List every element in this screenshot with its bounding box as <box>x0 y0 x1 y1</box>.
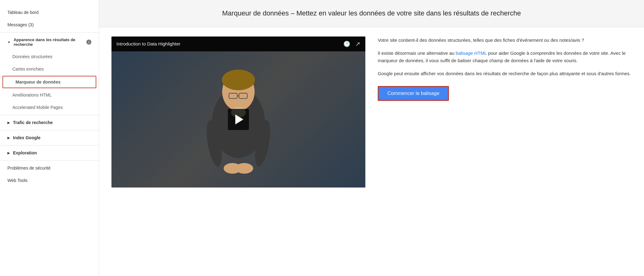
video-thumbnail[interactable] <box>111 51 365 188</box>
sidebar-item-cartes-enrichies[interactable]: Cartes enrichies <box>0 63 99 75</box>
video-icons: 🕐 ↗ <box>343 40 360 48</box>
sidebar-item-apparence[interactable]: ▼ Apparence dans les résultats de recher… <box>0 34 99 50</box>
divider <box>0 32 99 32</box>
description-3: Google peut ensuite afficher vos données… <box>378 70 632 77</box>
chevron-down-icon: ▼ <box>7 41 11 44</box>
sidebar-item-tableau-de-bord[interactable]: Tableau de bord <box>0 6 99 19</box>
chevron-right-icon: ▶ <box>7 151 10 155</box>
video-title: Introduction to Data Highlighter <box>116 41 181 46</box>
sidebar-item-donnees-structurees[interactable]: Données structurées <box>0 50 99 63</box>
chevron-right-icon: ▶ <box>7 121 10 124</box>
sidebar-item-index-google[interactable]: ▶ Index Google <box>0 132 99 144</box>
page-title: Marqueur de données – Mettez en valeur l… <box>111 9 632 18</box>
sidebar-item-web-tools[interactable]: Web Tools <box>0 174 99 187</box>
sidebar-item-messages[interactable]: Messages (3) <box>0 19 99 31</box>
sidebar-item-exploration[interactable]: ▶ Exploration <box>0 147 99 159</box>
sidebar: Tableau de bord Messages (3) ▼ Apparence… <box>0 0 99 276</box>
sidebar-item-label: Tableau de bord <box>7 10 38 15</box>
sidebar-item-problemes-securite[interactable]: Problèmes de sécurité <box>0 162 99 174</box>
video-top-bar: Introduction to Data Highlighter 🕐 ↗ <box>111 37 365 51</box>
sidebar-item-label: Problèmes de sécurité <box>7 166 50 170</box>
sidebar-item-label: Index Google <box>13 135 41 140</box>
sidebar-item-label: Marqueur de données <box>15 80 60 84</box>
info-icon: i <box>86 40 91 45</box>
sidebar-item-trafic[interactable]: ▶ Trafic de recherche <box>0 116 99 129</box>
page-header: Marqueur de données – Mettez en valeur l… <box>99 0 644 27</box>
video-container[interactable]: Introduction to Data Highlighter 🕐 ↗ <box>111 37 365 188</box>
share-icon[interactable]: ↗ <box>355 40 360 48</box>
sidebar-item-ameliorations-html[interactable]: Améliorations HTML <box>0 89 99 101</box>
divider <box>0 145 99 145</box>
divider <box>0 130 99 130</box>
sidebar-item-label: Apparence dans les résultats de recherch… <box>14 37 85 47</box>
sidebar-item-label: Messages (3) <box>7 22 34 27</box>
sidebar-item-label: Améliorations HTML <box>12 93 52 97</box>
divider <box>0 160 99 161</box>
svg-point-2 <box>222 70 255 90</box>
sidebar-item-label: Web Tools <box>7 178 28 183</box>
sidebar-item-label: Données structurées <box>12 54 52 59</box>
main-content: Marqueur de données – Mettez en valeur l… <box>99 0 644 276</box>
sidebar-item-accelerated-mobile[interactable]: Accelerated Mobile Pages <box>0 101 99 114</box>
svg-point-10 <box>235 163 253 174</box>
sidebar-item-marqueur-de-donnees[interactable]: Marqueur de données <box>2 76 96 88</box>
divider <box>0 115 99 115</box>
sidebar-item-label: Accelerated Mobile Pages <box>12 105 63 110</box>
content-area: Introduction to Data Highlighter 🕐 ↗ <box>99 27 644 197</box>
commencer-balisage-button[interactable]: Commencer le balisage <box>378 86 449 101</box>
play-button[interactable] <box>228 109 249 130</box>
sidebar-item-label: Exploration <box>13 150 37 155</box>
sidebar-item-label: Cartes enrichies <box>12 67 44 71</box>
description-2: Il existe désormais une alternative au b… <box>378 50 632 64</box>
description-1: Votre site contient-il des données struc… <box>378 37 632 44</box>
clock-icon[interactable]: 🕐 <box>343 41 350 47</box>
chevron-right-icon: ▶ <box>7 136 10 140</box>
sidebar-item-label: Trafic de recherche <box>13 120 53 125</box>
text-panel: Votre site contient-il des données struc… <box>378 37 632 101</box>
description-2-prefix: Il existe désormais une alternative au <box>378 50 456 56</box>
play-triangle-icon <box>235 114 243 124</box>
balisage-html-link[interactable]: balisage HTML <box>456 50 487 56</box>
